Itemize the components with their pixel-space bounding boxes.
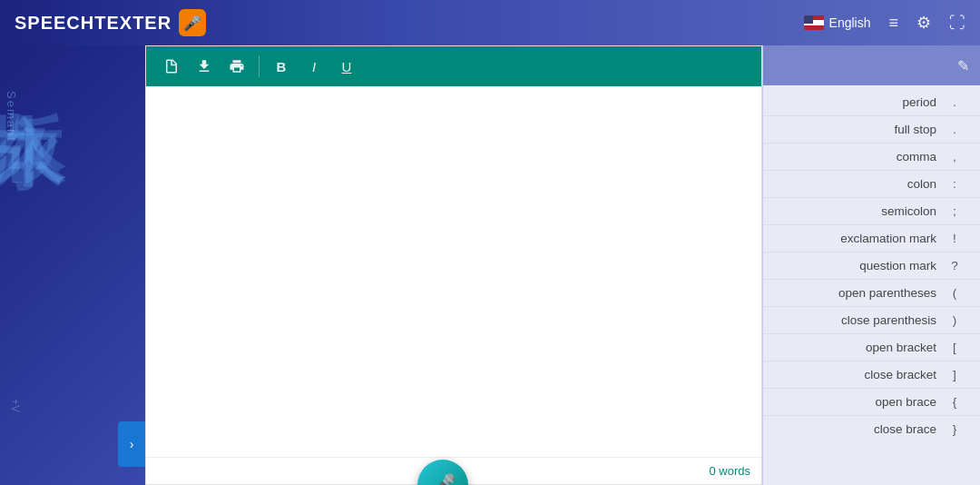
menu-icon[interactable]: ≡ — [888, 14, 898, 33]
main-content: 永久版本 Semant +V › B I U 0 words — [0, 45, 980, 485]
fullscreen-icon[interactable]: ⛶ — [949, 14, 965, 33]
command-symbol: ] — [944, 368, 965, 381]
mic-logo-icon: 🎤 — [179, 9, 206, 36]
command-row: full stop. — [763, 116, 980, 144]
print-button[interactable] — [222, 52, 251, 81]
command-name: open bracket — [778, 341, 936, 354]
command-name: full stop — [778, 123, 936, 136]
download-button[interactable] — [190, 52, 219, 81]
command-name: colon — [778, 177, 936, 191]
command-symbol: } — [944, 422, 965, 436]
command-row: exclamation mark! — [763, 225, 980, 252]
command-symbol: { — [944, 395, 965, 409]
settings-icon[interactable]: ⚙ — [916, 13, 931, 33]
expand-button[interactable]: › — [118, 421, 145, 467]
language-selector[interactable]: English — [804, 15, 871, 30]
command-row: open bracket[ — [763, 334, 980, 361]
command-row: open brace{ — [763, 389, 980, 416]
right-panel-header: ✎ — [763, 45, 980, 85]
command-row: close parenthesis) — [763, 307, 980, 334]
text-editor[interactable] — [146, 86, 761, 457]
command-row: close bracket] — [763, 361, 980, 389]
italic-button[interactable]: I — [299, 52, 328, 81]
mic-button-icon: 🎤 — [431, 473, 456, 485]
command-name: exclamation mark — [778, 232, 936, 245]
editor-toolbar: B I U — [146, 46, 761, 86]
word-count: 0 words — [709, 464, 750, 478]
flag-icon — [804, 15, 824, 30]
editor-area: B I U 0 words — [145, 45, 762, 485]
command-name: semicolon — [778, 204, 936, 218]
command-row: open parentheses( — [763, 280, 980, 307]
command-symbol: . — [944, 123, 965, 136]
command-row: comma, — [763, 144, 980, 171]
command-name: open brace — [778, 395, 936, 409]
command-symbol: , — [944, 150, 965, 163]
command-row: question mark? — [763, 252, 980, 280]
command-symbol: [ — [944, 341, 965, 354]
new-doc-button[interactable] — [157, 52, 186, 81]
left-sidebar: 永久版本 Semant +V › — [0, 45, 145, 485]
toolbar-divider-1 — [259, 55, 260, 77]
bold-button[interactable]: B — [267, 52, 296, 81]
command-symbol: ; — [944, 204, 965, 218]
logo-area: SPEECHTEXTER 🎤 — [15, 9, 206, 36]
command-name: close bracket — [778, 368, 936, 381]
app-title: SPEECHTEXTER — [15, 13, 172, 34]
command-row: period. — [763, 89, 980, 116]
underline-button[interactable]: U — [332, 52, 361, 81]
command-symbol: . — [944, 95, 965, 109]
command-symbol: ! — [944, 232, 965, 245]
language-label: English — [829, 15, 871, 30]
sidebar-extra: +V — [9, 399, 22, 412]
command-name: period — [778, 95, 936, 109]
right-panel: ✎ period.full stop.comma,colon:semicolon… — [762, 45, 980, 485]
command-row: close brace} — [763, 416, 980, 442]
command-symbol: ? — [944, 259, 965, 272]
sidebar-label: Semant — [5, 91, 18, 143]
command-name: comma — [778, 150, 936, 163]
command-row: semicolon; — [763, 198, 980, 225]
command-symbol: : — [944, 177, 965, 191]
command-name: close parenthesis — [778, 313, 936, 327]
command-symbol: ) — [944, 313, 965, 327]
header-controls: English ≡ ⚙ ⛶ — [804, 13, 965, 33]
command-name: question mark — [778, 259, 936, 272]
command-row: colon: — [763, 171, 980, 198]
command-name: open parentheses — [778, 286, 936, 300]
header: SPEECHTEXTER 🎤 English ≡ ⚙ ⛶ — [0, 0, 980, 45]
commands-list: period.full stop.comma,colon:semicolon;e… — [763, 85, 980, 485]
edit-icon[interactable]: ✎ — [957, 57, 969, 74]
command-name: close brace — [778, 422, 936, 436]
command-symbol: ( — [944, 286, 965, 300]
